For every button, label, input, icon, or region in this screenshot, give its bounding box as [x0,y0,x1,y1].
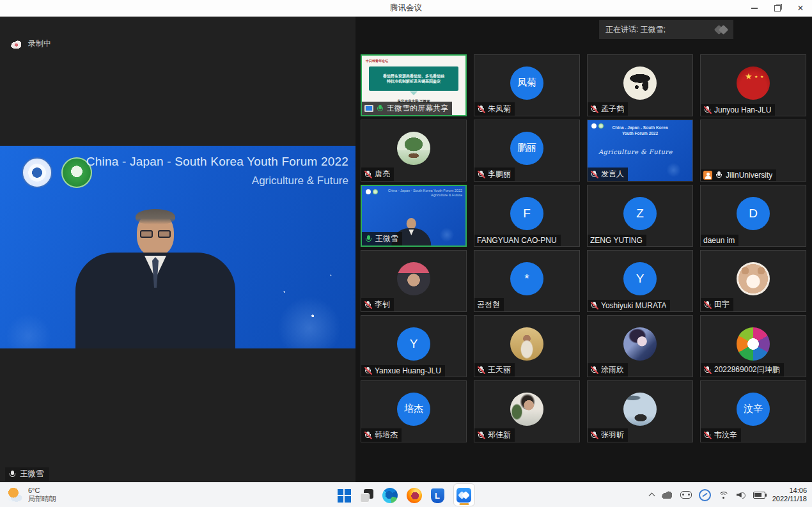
weather-condition: 局部晴朗 [28,495,56,503]
avatar-initials: * [524,272,529,286]
participant-tile[interactable]: Y Yanxue Huang-JLU [361,315,467,377]
participant-tile[interactable]: 涂雨欣 [587,315,693,377]
avatar-initials: F [523,207,531,221]
slide-corner-tag: 中日韩青年论坛 [366,59,388,63]
participant-name: 田宇 [714,299,730,310]
mic-muted-icon [364,300,372,309]
participant-tile[interactable]: 培杰 韩培杰 [361,380,467,442]
weather-widget[interactable]: 6°C 局部晴朗 [6,487,56,503]
colorful-logo-avatar [737,327,770,361]
participant-nameplate: Yoshiyuki MURATA [588,300,670,311]
avatar: Z [623,197,657,230]
window-titlebar: 腾讯会议 [0,0,812,17]
participant-name: 王天丽 [488,364,511,375]
clock-date: 2022/11/18 [772,495,807,504]
participant-tile[interactable]: 鹏丽 李鹏丽 [474,120,580,182]
firefox-browser-icon[interactable] [407,485,422,506]
stage-presenter-name: 王微雪 [20,469,44,480]
taskbar-clock[interactable]: 14:06 2022/11/18 [772,487,807,504]
mic-muted-icon [590,366,598,375]
participant-tile[interactable]: Y Yoshiyuki MURATA [587,250,693,312]
participant-nameplate: 发言人 [588,168,628,181]
tray-overflow-chevron-icon[interactable] [649,492,654,497]
participant-tile[interactable]: 王天丽 [474,315,580,377]
participant-tile[interactable]: 2022869002闫坤鹏 [700,315,806,377]
recording-indicator: 录制中 [10,38,51,49]
recording-cloud-icon [10,40,22,49]
mic-muted-icon [477,366,485,375]
active-speaker-tile[interactable]: China - Japan - South Korea Youth Forum … [361,185,467,247]
participant-name: 发言人 [601,169,624,180]
participant-name: 唐亮 [375,169,390,180]
avatar-initials: D [749,207,758,221]
lenovo-browser-icon[interactable] [431,485,444,506]
participant-name: FANGYUAN CAO-PNU [477,236,557,245]
tencent-meeting-taskbar-icon[interactable] [453,483,475,506]
avatar-initials: 培杰 [404,403,423,415]
participant-nameplate: 王微雪的屏幕共享 [362,102,452,115]
participant-tile[interactable]: 郑佳新 [474,380,580,442]
avatar: * [510,262,543,295]
main-stage: 录制中 China - Japan - South Korea Youth Fo… [0,17,355,483]
close-button[interactable] [789,0,812,17]
china-flag-avatar [737,66,770,100]
mic-muted-icon [364,170,372,179]
speaker-slide-tile[interactable]: China - Japan - South Korea Youth Forum … [587,120,693,182]
avatar: Y [623,262,657,295]
screenshare-tile[interactable]: 中日韩青年论坛 番茄野生资源类番茄茄、多毛番茄独 特抗冷机制解析及关键基因鉴定 … [361,54,467,116]
speaker-icon[interactable] [737,491,746,499]
mini-video-slide-text: China - Japan - South Korea Youth Forum … [381,189,462,197]
participant-nameplate: 王微雪 [362,232,402,246]
participant-tile[interactable]: 李钊 [361,250,467,312]
participant-tile[interactable]: 汶辛 韦汶辛 [700,380,806,442]
wifi-icon[interactable] [718,491,730,499]
participant-nameplate: 王天丽 [474,363,515,377]
participant-tile[interactable]: Junyou Han-JLU [700,54,806,116]
participant-tile[interactable]: * 공정현 [474,250,580,312]
battery-icon[interactable] [753,492,765,499]
stage-nameplate: 王微雪 [5,467,49,481]
participant-name: ZENG YUTING [590,236,643,245]
slide-subtitle: Agriculture & Future [252,175,348,187]
participant-tile[interactable]: 孟子鹤 [587,54,693,116]
bear-cartoon-avatar [737,262,770,295]
task-view-button[interactable] [360,485,373,506]
glasses-icon [140,230,171,238]
participant-tile[interactable]: 凤菊 朱凤菊 [474,54,580,116]
participant-tile[interactable]: 张羽昕 [587,380,693,442]
window-title: 腾讯会议 [390,3,422,13]
participant-name: 朱凤菊 [488,104,511,114]
participant-nameplate: ZENG YUTING [588,235,646,246]
participant-name: 王微雪 [375,233,398,244]
participant-nameplate: 韦汶辛 [701,428,741,442]
participant-nameplate: 田宇 [701,298,733,311]
mic-muted-icon [703,431,712,440]
mic-muted-icon [590,170,598,179]
participant-name: 郑佳新 [488,430,511,441]
participant-tile[interactable]: 唐亮 [361,120,467,182]
participant-nameplate: daeun im [701,235,738,246]
pc-manager-icon[interactable] [699,489,711,501]
avatar: D [737,197,770,230]
avatar-initials: 汶辛 [744,403,763,415]
taskbar-app-icons [338,483,475,506]
game-controller-icon[interactable] [680,491,692,499]
participant-tile[interactable]: JilinUniversity [700,120,806,182]
window-controls [743,0,812,17]
mic-on-icon [376,104,384,113]
edge-browser-icon[interactable] [382,485,398,506]
onedrive-cloud-icon[interactable] [661,491,673,499]
system-tray: 14:06 2022/11/18 [649,487,807,504]
participant-tile[interactable]: D daeun im [700,185,806,247]
participant-name: 2022869002闫坤鹏 [714,364,780,375]
participant-tile[interactable]: F FANGYUAN CAO-PNU [474,185,580,247]
tree-photo-avatar [397,132,430,165]
start-button[interactable] [338,485,351,506]
forum-logo [373,189,378,194]
restore-button[interactable] [766,0,789,17]
screenshare-icon [364,105,373,112]
participant-tile[interactable]: Z ZENG YUTING [587,185,693,247]
participant-tile[interactable]: 田宇 [700,250,806,312]
jilin-university-logo [591,123,597,129]
minimize-button[interactable] [743,0,766,17]
